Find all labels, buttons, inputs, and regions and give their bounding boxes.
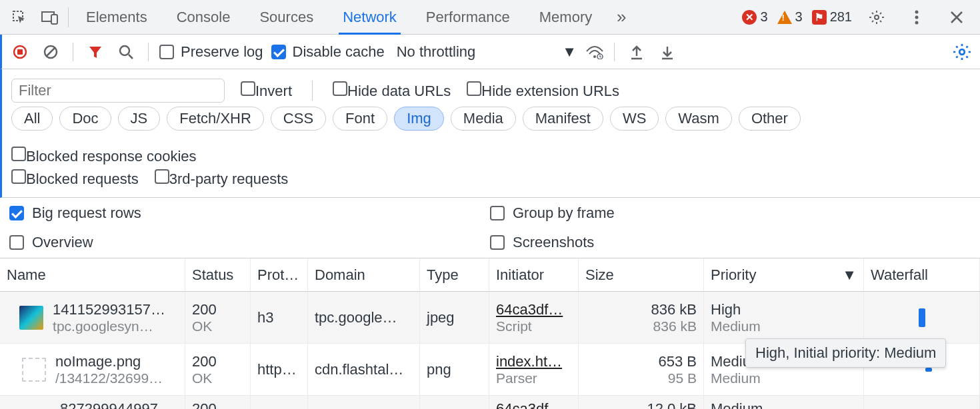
network-settings-icon[interactable] (951, 41, 973, 63)
error-count[interactable]: ✕ 3 (742, 9, 767, 25)
blocked-cookies-checkbox[interactable]: Blocked response cookies (11, 147, 197, 165)
record-button[interactable] (9, 41, 31, 63)
pill-ws[interactable]: WS (610, 107, 659, 131)
pill-fetch-xhr[interactable]: Fetch/XHR (167, 107, 264, 131)
overview-checkbox[interactable]: Overview (9, 234, 490, 251)
tab-network[interactable]: Network (328, 0, 411, 35)
svg-point-3 (875, 15, 879, 19)
hide-extension-urls-checkbox[interactable]: Hide extension URLs (467, 81, 619, 100)
waterfall-cell (864, 292, 980, 343)
view-options: Big request rows Group by frame Overview… (0, 198, 980, 258)
tab-elements[interactable]: Elements (71, 0, 162, 35)
more-tabs-icon[interactable]: » (607, 7, 636, 27)
pill-doc[interactable]: Doc (59, 107, 111, 131)
tab-performance[interactable]: Performance (411, 0, 525, 35)
network-toolbar: Preserve log Disable cache No throttling… (0, 35, 980, 69)
device-toolbar-icon[interactable] (35, 0, 65, 35)
svg-point-6 (915, 21, 919, 24)
svg-line-10 (46, 47, 55, 57)
svg-rect-8 (17, 49, 23, 55)
col-protocol[interactable]: Prot… (251, 258, 308, 291)
settings-gear-icon[interactable] (861, 0, 892, 35)
third-party-checkbox[interactable]: 3rd-party requests (155, 169, 289, 188)
hide-data-urls-checkbox[interactable]: Hide data URLs (333, 81, 451, 100)
tab-memory[interactable]: Memory (525, 0, 607, 35)
tab-console[interactable]: Console (162, 0, 245, 35)
svg-point-5 (915, 15, 919, 19)
initiator-link[interactable]: 64ca3df… (496, 301, 571, 318)
search-icon[interactable] (115, 41, 137, 63)
screenshots-checkbox[interactable]: Screenshots (490, 234, 971, 251)
filter-icon[interactable] (84, 41, 107, 63)
svg-point-17 (959, 49, 965, 55)
pill-media[interactable]: Media (451, 107, 516, 131)
table-row[interactable]: 827299944997 200 64ca3df 12.0 kB Medium (0, 396, 980, 409)
disable-cache-checkbox[interactable]: Disable cache (271, 43, 385, 61)
image-thumbnail (19, 306, 43, 330)
svg-rect-2 (51, 15, 57, 24)
sort-desc-icon: ▼ (842, 266, 857, 284)
pill-img[interactable]: Img (394, 107, 444, 131)
pill-manifest[interactable]: Manifest (523, 107, 603, 131)
col-domain[interactable]: Domain (308, 258, 420, 291)
svg-point-13 (593, 55, 596, 58)
warning-count[interactable]: ! 3 (777, 9, 803, 25)
initiator-link[interactable]: index.ht… (496, 353, 571, 370)
pill-other[interactable]: Other (739, 107, 801, 131)
network-conditions-icon[interactable] (586, 45, 603, 59)
big-request-rows-checkbox[interactable]: Big request rows (9, 204, 490, 222)
preserve-log-checkbox[interactable]: Preserve log (159, 43, 263, 61)
svg-point-4 (915, 10, 919, 13)
pill-all[interactable]: All (11, 107, 53, 131)
initiator-link[interactable]: 64ca3df (496, 400, 571, 410)
pill-font[interactable]: Font (333, 107, 387, 131)
pill-css[interactable]: CSS (271, 107, 326, 131)
image-thumbnail (22, 358, 46, 382)
clear-icon[interactable] (39, 41, 62, 63)
svg-point-11 (120, 46, 129, 55)
pill-wasm[interactable]: Wasm (665, 107, 732, 131)
upload-har-icon[interactable] (625, 41, 648, 63)
pill-js[interactable]: JS (118, 107, 161, 131)
col-name[interactable]: Name (0, 258, 185, 291)
priority-tooltip: High, Initial priority: Medium (745, 338, 946, 368)
col-waterfall[interactable]: Waterfall (864, 258, 980, 291)
resource-type-filters: All Doc JS Fetch/XHR CSS Font Img Media … (11, 107, 801, 131)
col-initiator[interactable]: Initiator (489, 258, 579, 291)
filter-bar: Invert Hide data URLs Hide extension URL… (0, 69, 980, 198)
filter-input[interactable] (11, 79, 225, 103)
invert-checkbox[interactable]: Invert (241, 81, 292, 100)
col-size[interactable]: Size (579, 258, 704, 291)
devtools-tabbar: Elements Console Sources Network Perform… (0, 0, 980, 35)
chevron-down-icon: ▼ (562, 43, 577, 61)
throttling-select[interactable]: No throttling ▼ (397, 43, 603, 61)
blocked-requests-checkbox[interactable]: Blocked requests (11, 169, 139, 188)
tab-sources[interactable]: Sources (245, 0, 328, 35)
col-priority[interactable]: Priority▼ (704, 258, 864, 291)
col-status[interactable]: Status (185, 258, 251, 291)
group-by-frame-checkbox[interactable]: Group by frame (490, 204, 971, 222)
download-har-icon[interactable] (656, 41, 679, 63)
issue-count[interactable]: ⚑ 281 (812, 9, 852, 25)
close-devtools-icon[interactable] (941, 0, 972, 35)
svg-line-12 (129, 55, 133, 59)
table-row[interactable]: 141152993157… tpc.googlesyn… 200OK h3 tp… (0, 292, 980, 344)
requests-table-header: Name Status Prot… Domain Type Initiator … (0, 258, 980, 292)
col-type[interactable]: Type (420, 258, 489, 291)
kebab-menu-icon[interactable] (901, 0, 932, 35)
inspect-icon[interactable] (4, 0, 35, 35)
